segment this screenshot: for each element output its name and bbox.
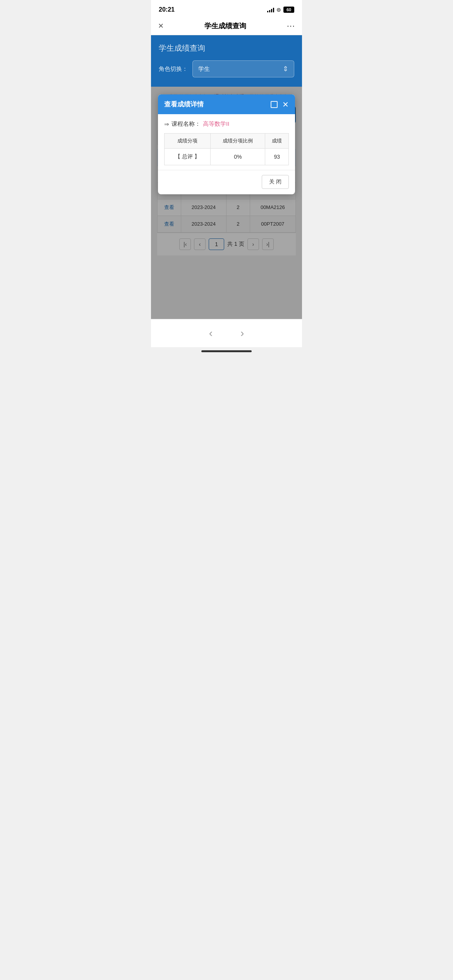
main-content: 不合格的用红色标识，通过补考或重修及格的用蓝色标识 查询 ↕ 查看 学年 学期 … (151, 87, 302, 319)
minimize-icon[interactable] (271, 101, 278, 108)
modal-title: 查看成绩详情 (164, 100, 204, 109)
more-icon[interactable]: ··· (287, 21, 295, 31)
score-col-ratio: 成绩分项比例 (211, 134, 265, 149)
score-value-cell: 93 (265, 149, 289, 165)
role-select[interactable]: 学生 ⇕ (192, 60, 294, 77)
course-row: ⇒ 课程名称： 高等数学II (164, 120, 289, 128)
battery-icon: 60 (283, 7, 294, 13)
header-section: 学生成绩查询 角色切换： 学生 ⇕ (151, 35, 302, 87)
header-title: 学生成绩查询 (159, 43, 294, 53)
score-col-item: 成绩分项 (165, 134, 211, 149)
modal-dialog: 查看成绩详情 ✕ ⇒ 课程名称： 高等数学II 成绩分项 成绩分项比例 成绩 (158, 94, 295, 194)
role-row: 角色切换： 学生 ⇕ (159, 60, 294, 77)
close-icon[interactable]: ✕ (158, 22, 164, 30)
status-bar: 20:21 ⊜ 60 (151, 0, 302, 17)
back-button[interactable]: ‹ (203, 325, 219, 342)
score-table-header: 成绩分项 成绩分项比例 成绩 (165, 134, 289, 149)
score-item-cell: 【 总评 】 (165, 149, 211, 165)
chevron-down-icon: ⇕ (283, 65, 288, 73)
page-title: 学生成绩查询 (204, 21, 246, 31)
close-button[interactable]: 关 闭 (262, 175, 289, 189)
course-name: 高等数学II (203, 120, 229, 128)
signal-icon (267, 7, 274, 12)
bottom-nav: ‹ › (151, 319, 302, 347)
home-indicator (151, 347, 302, 357)
course-icon: ⇒ (164, 121, 169, 128)
score-row: 【 总评 】0%93 (165, 149, 289, 165)
home-bar (201, 350, 252, 352)
role-label: 角色切换： (159, 65, 188, 73)
status-time: 20:21 (159, 6, 175, 13)
modal-body: ⇒ 课程名称： 高等数学II 成绩分项 成绩分项比例 成绩 【 总评 】0%93 (158, 114, 295, 165)
score-col-score: 成绩 (265, 134, 289, 149)
modal-close-icon[interactable]: ✕ (282, 101, 289, 108)
wifi-icon: ⊜ (276, 7, 281, 13)
modal-footer: 关 闭 (158, 170, 295, 194)
nav-back-area[interactable]: ✕ (158, 22, 164, 30)
course-label: 课程名称： (172, 120, 201, 128)
status-icons: ⊜ 60 (267, 7, 294, 13)
score-table: 成绩分项 成绩分项比例 成绩 【 总评 】0%93 (164, 133, 289, 165)
role-value: 学生 (198, 65, 210, 73)
score-ratio-cell: 0% (211, 149, 265, 165)
modal-header-actions: ✕ (271, 101, 289, 108)
nav-bar: ✕ 学生成绩查询 ··· (151, 17, 302, 35)
forward-button[interactable]: › (234, 325, 250, 342)
modal-header: 查看成绩详情 ✕ (158, 94, 295, 114)
